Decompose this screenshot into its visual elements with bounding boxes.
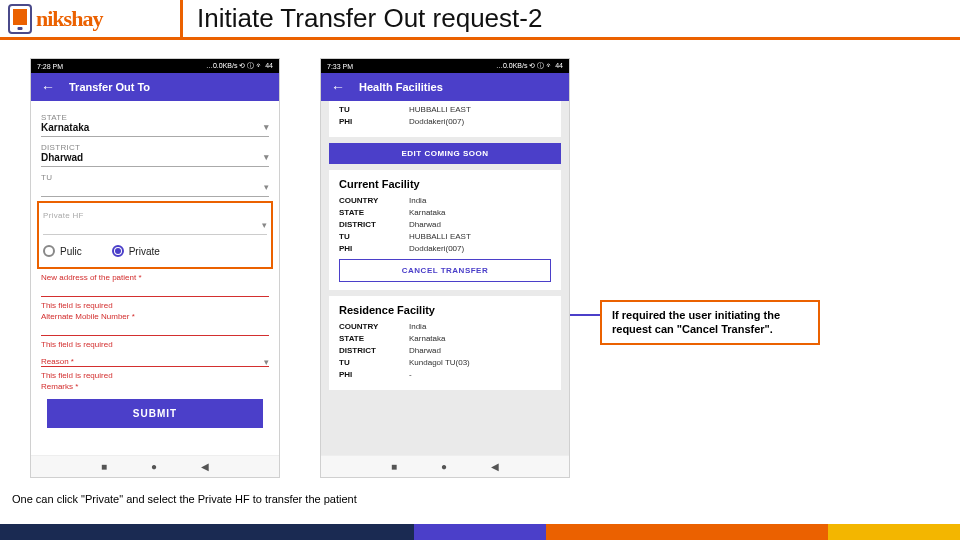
radio-private[interactable]: Private	[112, 245, 160, 257]
app-bar: ← Health Facilities	[321, 73, 569, 101]
submit-button[interactable]: SUBMIT	[47, 399, 263, 428]
chevron-down-icon: ▾	[264, 357, 269, 367]
private-hf-value[interactable]: ▾	[43, 220, 267, 235]
current-facility-title: Current Facility	[339, 178, 551, 190]
chevron-down-icon: ▾	[264, 152, 269, 162]
radio-public[interactable]: Pulic	[43, 245, 82, 257]
residence-facility-card: Residence Facility COUNTRYIndia STATEKar…	[329, 296, 561, 390]
app-bar: ← Transfer Out To	[31, 73, 279, 101]
nav-home-icon[interactable]: ●	[151, 461, 157, 472]
back-arrow-icon[interactable]: ←	[331, 79, 345, 95]
slide-content: 7:28 PM …0.0KB/s ⟲ ⓘ ᯤ 44 ← Transfer Out…	[0, 40, 960, 510]
slide-title: Initiate Transfer Out request-2	[197, 3, 542, 34]
callout-leader	[570, 314, 600, 316]
status-time: 7:33 PM	[327, 63, 353, 70]
slide-footer-bars	[0, 524, 960, 540]
district-value[interactable]: Dharwad▾	[41, 152, 269, 167]
required-2: This field is required	[41, 340, 269, 349]
screenshot-health-facilities: 7:33 PM …0.0KB/s ⟲ ⓘ ᯤ 44 ← Health Facil…	[320, 58, 570, 478]
tu-value[interactable]: ▾	[41, 182, 269, 197]
status-time: 7:28 PM	[37, 63, 63, 70]
appbar-title: Health Facilities	[359, 81, 443, 93]
slide-header: nikshay Initiate Transfer Out request-2	[0, 0, 960, 40]
chevron-down-icon: ▾	[262, 220, 267, 230]
nav-recent-icon[interactable]: ■	[101, 461, 107, 472]
android-nav: ■ ● ◀	[31, 455, 279, 477]
nav-recent-icon[interactable]: ■	[391, 461, 397, 472]
chevron-down-icon: ▾	[264, 182, 269, 192]
nav-back-icon[interactable]: ◀	[201, 461, 209, 472]
tu-label: TU	[339, 105, 409, 114]
appbar-title: Transfer Out To	[69, 81, 150, 93]
cancel-transfer-button[interactable]: CANCEL TRANSFER	[339, 259, 551, 282]
residence-facility-title: Residence Facility	[339, 304, 551, 316]
status-bar: 7:28 PM …0.0KB/s ⟲ ⓘ ᯤ 44	[31, 59, 279, 73]
radio-row: Pulic Private	[43, 245, 267, 257]
reason-label: Reason *▾	[41, 357, 269, 366]
required-3: This field is required	[41, 371, 269, 380]
district-label: DISTRICT	[41, 143, 269, 152]
edit-coming-button[interactable]: EDIT COMING SOON	[329, 143, 561, 164]
phi-label: PHI	[339, 117, 409, 126]
private-hf-label: Private HF	[43, 211, 267, 220]
tu-label: TU	[41, 173, 269, 182]
status-bar: 7:33 PM …0.0KB/s ⟲ ⓘ ᯤ 44	[321, 59, 569, 73]
screenshot-transfer-out: 7:28 PM …0.0KB/s ⟲ ⓘ ᯤ 44 ← Transfer Out…	[30, 58, 280, 478]
required-1: This field is required	[41, 301, 269, 310]
facilities-body: TUHUBBALLI EAST PHIDoddakeri(007) EDIT C…	[321, 101, 569, 455]
title-bar: Initiate Transfer Out request-2	[180, 0, 960, 37]
android-nav: ■ ● ◀	[321, 455, 569, 477]
nav-back-icon[interactable]: ◀	[491, 461, 499, 472]
state-value[interactable]: Karnataka▾	[41, 122, 269, 137]
status-right: …0.0KB/s ⟲ ⓘ ᯤ 44	[496, 61, 563, 71]
status-right: …0.0KB/s ⟲ ⓘ ᯤ 44	[206, 61, 273, 71]
callout-cancel-transfer: If required the user initiating the requ…	[600, 300, 820, 345]
state-label: STATE	[41, 113, 269, 122]
current-facility-card: Current Facility COUNTRYIndia STATEKarna…	[329, 170, 561, 290]
tu-value: HUBBALLI EAST	[409, 105, 471, 114]
logo: nikshay	[0, 4, 180, 34]
chevron-down-icon: ▾	[264, 122, 269, 132]
nav-home-icon[interactable]: ●	[441, 461, 447, 472]
back-arrow-icon[interactable]: ←	[41, 79, 55, 95]
new-address-label: New address of the patient *	[41, 273, 269, 282]
top-card: TUHUBBALLI EAST PHIDoddakeri(007)	[329, 101, 561, 137]
alt-mobile-input[interactable]	[41, 321, 269, 336]
phi-value: Doddakeri(007)	[409, 117, 464, 126]
logo-text: nikshay	[36, 6, 102, 32]
private-highlight-box: Private HF ▾ Pulic Private	[37, 201, 273, 269]
phone-logo-icon	[8, 4, 32, 34]
caption-private: One can click "Private" and select the P…	[12, 492, 357, 506]
transfer-form: STATE Karnataka▾ DISTRICT Dharwad▾ TU ▾ …	[31, 101, 279, 434]
remarks-label: Remarks *	[41, 382, 269, 391]
new-address-input[interactable]	[41, 282, 269, 297]
alt-mobile-label: Alternate Mobile Number *	[41, 312, 269, 321]
